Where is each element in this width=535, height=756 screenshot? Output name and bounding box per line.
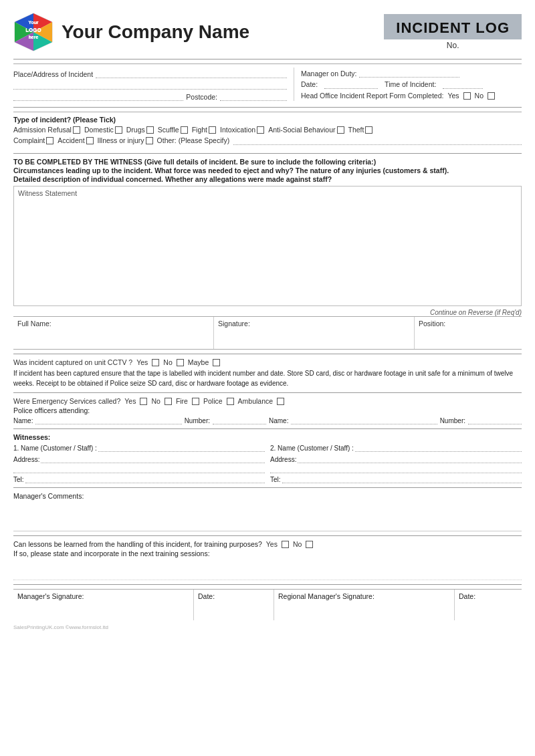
number2-label: Number:	[440, 417, 465, 424]
page-header: Your LOGO here Your LOGO here Your Compa…	[13, 12, 522, 52]
witness2-tel-label: Tel:	[270, 476, 281, 483]
section6-divider	[13, 487, 522, 488]
police-officers-label: Police officers attending:	[13, 406, 522, 414]
header-divider	[13, 59, 522, 59]
drugs-label: Drugs	[126, 126, 145, 134]
incident-type-section: Type of incident? (Please Tick) Admissio…	[13, 112, 522, 149]
scuffle-checkbox[interactable]	[181, 126, 188, 134]
drugs-checkbox[interactable]	[146, 126, 154, 134]
witness-instructions-line1: TO BE COMPLETED BY THE WITNESS (Give ful…	[13, 158, 522, 166]
other-label: Other: (Please Specify)	[157, 136, 230, 144]
fight-label: Fight	[192, 126, 207, 134]
complaint-checkbox[interactable]	[46, 137, 54, 144]
name-sig-position-row: Full Name: Signature: Position:	[13, 316, 522, 350]
cctv-maybe-checkbox[interactable]	[213, 359, 220, 366]
name1-label: Name:	[13, 417, 33, 424]
witnesses-section: Witnesses: 1. Name (Customer / Staff) : …	[13, 433, 522, 483]
svg-text:here: here	[29, 35, 38, 39]
yes-checkbox[interactable]	[463, 92, 471, 100]
emergency-no-checkbox[interactable]	[165, 398, 172, 405]
illness-checkbox[interactable]	[146, 137, 153, 144]
svg-text:LOGO: LOGO	[25, 27, 41, 33]
lessons-note: If so, please state and incorporate in t…	[13, 549, 522, 557]
managers-sig-label: Manager's Signature:	[17, 592, 189, 600]
bottom-signatures-row: Manager's Signature: Date: Regional Mana…	[13, 589, 522, 620]
admission-refusal-checkbox[interactable]	[73, 126, 80, 134]
witnesses-label: Witnesses:	[13, 433, 522, 441]
witness-statement-box[interactable]: Witness Statement	[13, 186, 522, 306]
cctv-label: Was incident captured on unit CCTV ?	[13, 358, 132, 366]
incident-checkboxes-row1: Admission Refusal Domestic Drugs Scuffle…	[13, 126, 522, 134]
time-label: Time of Incident:	[385, 80, 436, 89]
intoxication-label: Intoxication	[220, 126, 255, 134]
cctv-yes-checkbox[interactable]	[152, 359, 159, 366]
witness1-address-label: Address:	[13, 456, 39, 463]
section7-divider	[13, 535, 522, 536]
anti-social-label: Anti-Social Behaviour	[268, 126, 335, 134]
name2-label: Name:	[269, 417, 288, 424]
incident-checkboxes-row2: Complaint Accident Illness or injury Oth…	[13, 136, 522, 145]
company-logo: Your LOGO here Your LOGO here	[13, 12, 54, 52]
fire-checkbox[interactable]	[192, 398, 199, 405]
footer-text: SalesPrintingUK.com ©www.formslot.ltd	[13, 624, 522, 630]
managers-comments-box[interactable]	[13, 502, 522, 531]
complaint-label: Complaint	[13, 136, 45, 144]
lessons-yes-checkbox[interactable]	[282, 541, 289, 548]
section3-divider	[13, 354, 522, 354]
witness1-name-label: 1. Name (Customer / Staff) :	[13, 445, 97, 452]
witness2-name-label: 2. Name (Customer / Staff) :	[270, 445, 354, 452]
admission-refusal-label: Admission Refusal	[13, 126, 72, 134]
cctv-section: Was incident captured on unit CCTV ? Yes…	[13, 358, 522, 388]
domestic-checkbox[interactable]	[115, 126, 122, 134]
domestic-label: Domestic	[84, 126, 114, 134]
postcode-label: Postcode:	[186, 93, 217, 101]
section2-divider	[13, 153, 522, 154]
emergency-label: Were Emergency Services called?	[13, 397, 120, 405]
ambulance-checkbox[interactable]	[277, 398, 284, 405]
scuffle-label: Scuffle	[158, 126, 179, 134]
managers-comments-label: Manager's Comments:	[13, 492, 522, 500]
fight-checkbox[interactable]	[209, 126, 216, 134]
svg-text:Your: Your	[29, 20, 39, 25]
intoxication-checkbox[interactable]	[257, 126, 264, 134]
type-label: Type of incident? (Please Tick)	[13, 116, 522, 124]
theft-checkbox[interactable]	[365, 126, 372, 134]
no-checkbox[interactable]	[488, 92, 495, 100]
witness1-tel-label: Tel:	[13, 476, 24, 483]
section5-divider	[13, 428, 522, 429]
incident-log-no: No.	[384, 41, 522, 50]
date-label: Date:	[301, 80, 318, 89]
accident-checkbox[interactable]	[86, 137, 94, 144]
section8-divider	[13, 584, 522, 585]
anti-social-checkbox[interactable]	[337, 126, 344, 134]
witness2-address-label: Address:	[270, 456, 296, 463]
police-checkbox[interactable]	[227, 398, 234, 405]
witness-instructions: TO BE COMPLETED BY THE WITNESS (Give ful…	[13, 158, 522, 183]
section1-divider	[13, 107, 522, 108]
emergency-yes-checkbox[interactable]	[140, 398, 147, 405]
head-office-label: Head Office Incident Report Form Complet…	[301, 92, 443, 100]
section4-divider	[13, 392, 522, 393]
emergency-section: Were Emergency Services called? Yes No F…	[13, 397, 522, 424]
cctv-note: If incident has been captured ensure tha…	[13, 368, 522, 388]
manager-on-duty-label: Manager on Duty:	[301, 70, 356, 78]
incident-log-box: INCIDENT LOG	[384, 14, 522, 39]
position-label: Position:	[419, 320, 518, 328]
accident-label: Accident	[58, 136, 84, 144]
cctv-no-checkbox[interactable]	[177, 359, 184, 366]
theft-label: Theft	[348, 126, 364, 134]
place-manager-section: Place/Address of Incident Postcode: Mana…	[13, 64, 522, 103]
number1-label: Number:	[185, 417, 210, 424]
continue-note: Continue on Reverse (if Req'd)	[13, 309, 522, 316]
incident-log-title: INCIDENT LOG	[396, 19, 510, 37]
regional-sig-label: Regional Manager's Signature:	[278, 592, 450, 600]
lessons-no-checkbox[interactable]	[306, 541, 313, 548]
full-name-label: Full Name:	[17, 320, 209, 328]
witness-statement-label: Witness Statement	[18, 189, 517, 197]
date-reg-label: Date:	[459, 592, 518, 600]
lessons-section: Can lessons be learned from the handling…	[13, 540, 522, 580]
managers-comments-section: Manager's Comments:	[13, 492, 522, 531]
training-box[interactable]	[13, 559, 522, 580]
witness-instructions-line2: Circumstances leading up to the incident…	[13, 166, 522, 174]
company-name: Your Company Name	[62, 21, 249, 43]
